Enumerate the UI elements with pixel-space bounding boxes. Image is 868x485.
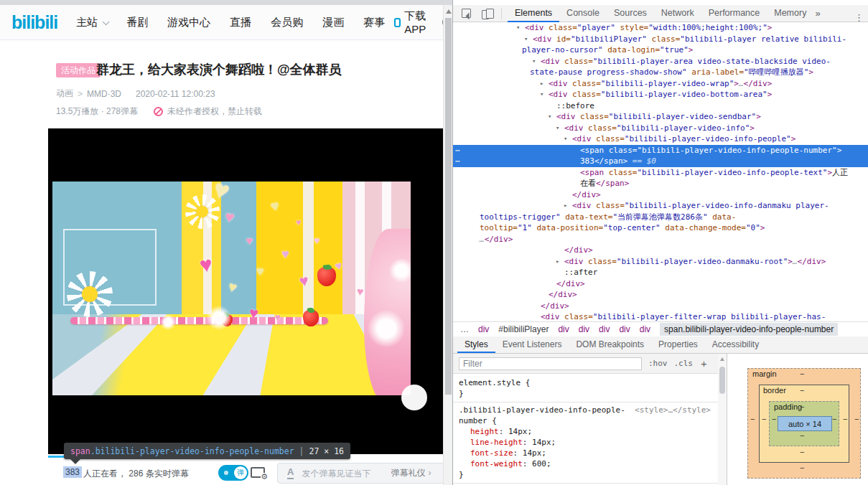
expand-arrow-icon[interactable]: ▾ [556,123,559,134]
style-property[interactable]: font-weight: 600; [453,458,718,469]
scroll-up-icon[interactable] [720,357,724,361]
breadcrumb-node[interactable]: div [579,324,589,334]
expand-arrow-icon[interactable]: ▾ [524,34,528,45]
dom-tree-node[interactable]: 在看</span> [453,178,868,189]
dom-tree-node[interactable]: ▾<div class="bilibili-player-video-info-… [453,133,868,145]
expand-arrow-icon[interactable]: ▾ [564,133,567,145]
dom-tree-node[interactable]: <span class="bilibili-player-video-info-… [453,167,868,179]
breadcrumb-selected-node[interactable]: span.bilibili-player-video-info-people-n… [660,323,838,336]
breadcrumb-node[interactable]: … [460,324,469,334]
breadcrumb-node[interactable]: #bilibiliPlayer [498,324,549,334]
tab-performance[interactable]: Performance [701,5,767,22]
sidebar-tab-properties[interactable]: Properties [651,336,705,353]
sidebar-tab-accessibility[interactable]: Accessibility [705,336,766,353]
devtools-menu-icon[interactable]: ⋮ [854,12,864,23]
styles-filter-input[interactable] [459,357,642,370]
dom-tree-node[interactable]: state-pause progress-shadow-show" aria-l… [453,67,868,78]
breadcrumb-node[interactable]: div [599,324,610,334]
style-rule-selector[interactable]: .bilibili-player-video-info-people-<styl… [453,405,718,415]
player-progress-bar[interactable] [48,456,64,458]
dom-tree-node[interactable]: ▾<div class="bilibili-player-video-info"… [453,123,868,134]
bilibili-logo[interactable]: bilibili [11,12,57,33]
chevron-right-icon: › [428,468,431,478]
tab-memory[interactable]: Memory [767,5,813,22]
style-source-link[interactable]: <style>…</style> [635,405,711,415]
dom-tree-node[interactable]: tooltip="1" data-position="top-center" d… [453,222,868,234]
dom-tree-node[interactable]: ::after [453,267,868,278]
dom-tree-node[interactable]: player-no-cursor" data-login="true"> [453,44,868,56]
video-player[interactable]: ♥♥♥♥♥♥♥♥♥♥♥♥♥♥♥ [48,128,443,454]
inspect-element-icon[interactable] [462,9,472,19]
breadcrumb-node[interactable]: div [619,324,630,334]
breadcrumb-subcategory[interactable]: MMD·3D [87,89,121,99]
dom-tree-node[interactable]: ▾<div id="bilibiliPlayer" class="bilibil… [453,34,868,45]
sidebar-tab-styles[interactable]: Styles [457,336,495,353]
breadcrumb-category[interactable]: 动画 [56,88,73,100]
dom-tree-node[interactable]: ⋯383</span> == $0 [453,156,868,167]
new-style-rule-button[interactable]: + [701,357,707,369]
scroll-up-icon[interactable] [446,9,452,14]
dom-tree-node[interactable]: ▸<div class="bilibili-player-video-info-… [453,200,868,212]
nav-item-3[interactable]: 直播 [230,16,251,29]
style-rule-selector[interactable]: element.style { [453,377,718,388]
tab-elements[interactable]: Elements [508,5,559,22]
expand-arrow-icon[interactable]: ▸ [540,78,543,90]
dom-tree-node[interactable]: </div> [453,189,868,201]
style-property[interactable]: height: 14px; [453,426,718,437]
style-rule-selector[interactable]: number { [453,415,718,426]
danmaku-toggle[interactable]: 弹 [218,465,248,481]
player-floating-button[interactable] [401,385,427,410]
dom-tree-node[interactable]: ▾<div class="bilibili-player-video-botto… [453,89,868,100]
dom-tree-node[interactable]: ▾<div class="player" style="width:100%;h… [453,22,868,34]
tab-network[interactable]: Network [654,5,701,22]
breadcrumb-node[interactable]: div [478,324,489,334]
device-toolbar-icon[interactable] [482,9,493,19]
breadcrumb-node[interactable]: div [640,324,650,334]
expand-arrow-icon[interactable]: ▾ [548,111,551,123]
nav-item-2[interactable]: 游戏中心 [167,16,210,29]
dom-tree-node[interactable]: ▸<div class="bilibili-player-video-wrap"… [453,78,868,90]
style-rule-selector[interactable]: } [453,388,718,399]
font-style-icon[interactable]: A [287,467,294,479]
style-property[interactable]: font-size: 14px; [453,448,718,458]
tab-sources[interactable]: Sources [607,5,654,22]
dom-tree-node[interactable]: ▾<div class="bilibili-player-video-sendb… [453,111,868,123]
sidebar-tab-event-listeners[interactable]: Event Listeners [495,336,569,353]
scrollbar-thumb[interactable] [445,18,452,395]
style-property[interactable]: line-height: 14px; [453,437,718,448]
styles-scrollbar[interactable] [718,354,727,485]
expand-arrow-icon[interactable]: ▾ [516,22,520,34]
dom-tree-node[interactable]: ▾<div class="bilibili-player-area video-… [453,56,868,67]
danmaku-etiquette-link[interactable]: 弹幕礼仪› [391,467,431,479]
nav-item-5[interactable]: 漫画 [322,16,344,29]
toggle-hover-state-button[interactable]: :hov [648,359,668,368]
sidebar-tab-dom-breakpoints[interactable]: DOM Breakpoints [569,336,651,353]
dom-tree-node[interactable]: tooltips-trigger" data-text="当前弹幕池弹幕数286… [453,212,868,223]
expand-arrow-icon[interactable]: ▾ [540,89,543,100]
danmaku-input[interactable] [302,468,386,479]
toggle-class-button[interactable]: .cls [674,359,694,368]
nav-item-0[interactable]: 主站 [76,16,107,29]
page-scrollbar[interactable] [443,5,452,485]
dom-tree-node[interactable]: ::before [453,100,868,112]
nav-item-4[interactable]: 会员购 [271,16,303,29]
nav-item-1[interactable]: 番剧 [126,16,148,29]
dom-tree-node[interactable]: </div> [453,278,868,290]
dom-tree-node[interactable]: ▸<div class="bilibili-player-video-danma… [453,256,868,268]
dom-tree-node[interactable]: </div> [453,301,868,312]
dom-tree-node[interactable]: </div> [453,289,868,301]
more-tabs-icon[interactable]: » [815,8,820,19]
dom-tree-node[interactable]: <div class="bilibili-player-filter-wrap … [453,311,868,321]
danmaku-settings-icon[interactable]: ⚙ [251,467,265,478]
tab-console[interactable]: Console [559,5,607,22]
breadcrumb-node[interactable]: div [558,324,569,334]
scrollbar-thumb[interactable] [719,367,725,394]
dom-tree-node[interactable]: …</div> [453,234,868,245]
dom-tree-node[interactable]: </div> [453,245,868,256]
expand-arrow-icon[interactable]: ▸ [556,256,559,268]
expand-arrow-icon[interactable]: ▾ [532,56,536,67]
download-app-link[interactable]: 下载APP [394,9,429,35]
nav-item-6[interactable]: 赛事 [363,16,385,29]
dom-tree-node[interactable]: ⋯<span class="bilibili-player-video-info… [453,145,868,156]
expand-arrow-icon[interactable]: ▸ [564,200,567,212]
